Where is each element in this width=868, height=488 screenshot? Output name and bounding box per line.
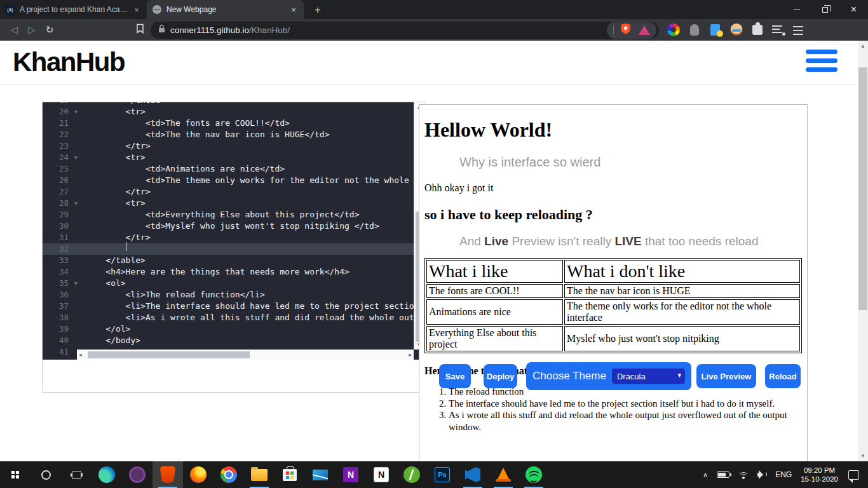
taskbar-spotify-active[interactable] (519, 461, 549, 488)
live-preview-button[interactable]: Live Preview (696, 364, 756, 388)
window-minimize-button[interactable] (782, 0, 811, 19)
forward-icon[interactable]: ▷ (23, 24, 41, 36)
list-item: As i wrote all this stuff and did reload… (449, 409, 788, 433)
taskbar-vlc-active[interactable] (488, 461, 519, 488)
onenote-icon: N (343, 467, 358, 482)
puzzle-icon (752, 25, 763, 35)
task-view-button[interactable] (61, 461, 92, 488)
language-indicator[interactable]: ENG (775, 470, 792, 479)
tab-close-icon[interactable]: × (132, 4, 142, 15)
microsoft-store-icon (283, 469, 297, 481)
code-line: 39 </ol> (43, 323, 414, 335)
theme-select[interactable]: Dracula (612, 369, 685, 384)
date: 15-10-2020 (801, 475, 838, 483)
code-line: 22 <td>The the nav bar icon is HUGE</td> (43, 129, 414, 140)
playlist-extension-icon[interactable] (772, 24, 785, 36)
green-app-icon (403, 466, 420, 483)
taskbar-brave-active[interactable] (153, 461, 183, 488)
tab-new-webpage[interactable]: New Webpage × (147, 0, 304, 19)
taskbar-photoshop[interactable]: Ps (427, 461, 458, 488)
battery-icon[interactable] (717, 471, 729, 478)
scroll-up-icon[interactable]: ▲ (858, 43, 868, 49)
system-tray: ∧ ENG 09:20 PM15-10-2020 (703, 461, 868, 488)
brave-shields-group (607, 22, 656, 39)
taskbar-onenote[interactable]: N (336, 461, 366, 488)
bat-rewards-icon[interactable] (639, 25, 650, 35)
tray-expand-icon[interactable]: ∧ (703, 471, 708, 479)
bookmark-icon[interactable] (136, 24, 144, 36)
taskbar-tor[interactable] (122, 461, 153, 488)
preview-heading: Hellow World! (424, 118, 802, 142)
taskbar-store[interactable] (275, 461, 305, 488)
volume-icon[interactable] (757, 470, 768, 479)
mail-icon (313, 470, 328, 480)
editor-horizontal-scrollbar[interactable]: ◀ ▶ (77, 349, 414, 360)
scrollbar-thumb[interactable] (88, 351, 250, 358)
scroll-down-icon[interactable]: ▼ (858, 453, 868, 459)
table-cell: The fonts are COOL!! (426, 284, 563, 298)
cortana-icon (41, 470, 51, 480)
preview-subtitle: Why is interface so wierd (459, 155, 802, 170)
tab-khan-academy-project[interactable]: (A) A project to expand Khan Academy × (0, 0, 147, 19)
code-line: 29 <td>Everything Else about this projec… (43, 209, 414, 220)
url-text: conner1115.github.io/KhanHub/ (170, 25, 607, 35)
cortana-button[interactable] (31, 461, 61, 488)
text-cursor (126, 242, 127, 251)
taskbar-chrome[interactable] (214, 461, 244, 488)
profile-avatar-icon[interactable] (730, 24, 743, 36)
window-close-button[interactable]: × (839, 0, 868, 19)
preview-paragraph: And Live Preview isn't really LIVE that … (459, 234, 766, 248)
site-menu-icon[interactable] (806, 50, 837, 76)
wifi-icon[interactable] (738, 470, 749, 479)
taskbar-mail[interactable] (305, 461, 336, 488)
taskbar-edge[interactable] (92, 461, 122, 488)
reload-button[interactable]: Reload (765, 364, 801, 388)
code-line: 20 ▾ <tr> (43, 106, 414, 118)
download-document-extension-icon[interactable] (709, 24, 722, 36)
photoshop-icon: Ps (435, 467, 450, 482)
table-header-row: What i like What i don't like (426, 260, 800, 283)
khan-academy-favicon: (A) (5, 4, 15, 15)
code-line: 38 <li>As i wrote all this stuff and did… (43, 312, 414, 323)
extensions-puzzle-icon[interactable] (751, 24, 764, 36)
table-header-cell: What i don't like (564, 260, 800, 283)
deploy-button[interactable]: Deploy (484, 364, 517, 388)
window-restore-button[interactable] (811, 0, 839, 19)
color-wheel-extension-icon[interactable] (667, 24, 680, 36)
scrollbar-thumb[interactable] (858, 67, 867, 310)
reload-page-icon[interactable]: ↻ (41, 24, 58, 36)
site-header: KhanHub (0, 41, 868, 85)
code-editor[interactable]: 19 </thead> 20 ▾ <tr> 21 <td>The fonts a… (43, 102, 424, 360)
taskbar-green-app[interactable] (397, 461, 427, 488)
taskbar-clock[interactable]: 09:20 PM15-10-2020 (801, 466, 838, 484)
back-icon[interactable]: ◁ (5, 24, 23, 36)
taskbar-file-explorer[interactable] (244, 461, 275, 488)
taskbar-vscode-active[interactable] (458, 461, 488, 488)
task-view-icon (72, 471, 81, 479)
khanhub-logo[interactable]: KhanHub (13, 47, 125, 78)
scroll-right-icon[interactable]: ▶ (409, 352, 412, 358)
main-content: 19 </thead> 20 ▾ <tr> 21 <td>The fonts a… (0, 85, 858, 461)
brave-shield-icon[interactable] (620, 23, 631, 37)
tab-close-icon[interactable]: × (288, 4, 299, 15)
table-row: Everything Else about this project Mysle… (426, 326, 800, 351)
address-bar[interactable]: conner1115.github.io/KhanHub/ (151, 22, 659, 39)
page-scrollbar[interactable]: ▲ ▼ (858, 41, 868, 461)
code-line: 26 <td>The theme only works for the edit… (43, 175, 414, 186)
scroll-left-icon[interactable]: ◀ (79, 352, 82, 358)
minimize-icon (794, 10, 800, 10)
browser-menu-icon[interactable] (793, 24, 806, 36)
default-page-favicon (153, 5, 161, 14)
windows-taskbar: N N Ps ∧ ENG 09:20 PM15-10-2020 (0, 461, 868, 488)
save-button[interactable]: Save (439, 364, 471, 388)
start-button[interactable] (0, 461, 31, 488)
chrome-icon (220, 466, 237, 483)
action-center-icon[interactable] (848, 470, 859, 480)
taskbar-firefox[interactable] (183, 461, 214, 488)
code-lines: 19 </thead> 20 ▾ <tr> 21 <td>The fonts a… (43, 102, 414, 358)
taskbar-notion[interactable]: N (366, 461, 397, 488)
new-tab-button[interactable]: + (310, 3, 325, 17)
browser-chrome: (A) A project to expand Khan Academy × N… (0, 0, 868, 41)
browser-toolbar: ◁ ▷ ↻ conner1115.github.io/KhanHub/ (0, 19, 868, 41)
ghost-extension-icon[interactable] (688, 24, 701, 36)
